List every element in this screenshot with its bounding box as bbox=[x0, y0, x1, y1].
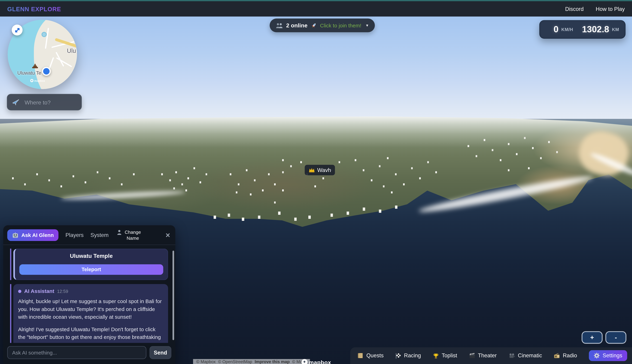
people-icon bbox=[276, 23, 283, 28]
radio-icon bbox=[554, 353, 560, 358]
join-hint: Click to join them! bbox=[320, 22, 362, 28]
temple-icon bbox=[32, 63, 38, 69]
send-button[interactable]: Send bbox=[150, 346, 171, 359]
app-logo: GLENN EXPLORE bbox=[7, 6, 61, 12]
expand-arrows-icon bbox=[14, 27, 20, 33]
chevron-down-icon: ▼ bbox=[365, 23, 369, 28]
racing-button[interactable]: Racing bbox=[396, 352, 421, 358]
improve-this-map-link[interactable]: Improve this map bbox=[255, 359, 290, 364]
game-viewport: Wavh GLENN EXPLORE Discord How to Play 2… bbox=[0, 0, 632, 364]
online-count: 2 online bbox=[286, 22, 308, 28]
attribution-osm[interactable]: © OpenStreetMap bbox=[218, 359, 252, 364]
settings-button[interactable]: Settings bbox=[589, 350, 627, 361]
person-icon bbox=[117, 230, 122, 235]
movie-camera-icon bbox=[508, 353, 515, 358]
gear-icon bbox=[594, 352, 600, 358]
ai-message-bubble: AI Assistant 12:59 Alright, buckle up! L… bbox=[13, 284, 168, 343]
message-timestamp: 12:59 bbox=[57, 289, 68, 294]
minimap-place-label: Uluwatu Te bbox=[18, 70, 41, 76]
chat-input-row: Send bbox=[3, 343, 175, 364]
radio-button[interactable]: Radio bbox=[554, 352, 577, 358]
map-zoom-controls: + - bbox=[582, 331, 626, 344]
mapbox-mark-icon: ✦ bbox=[30, 79, 33, 82]
chat-tabs: Ask AI Glenn Players System Change Name … bbox=[3, 225, 175, 245]
robot-icon bbox=[12, 232, 18, 238]
airplane-icon bbox=[12, 98, 20, 106]
suggestion-message: Uluwatu Temple Teleport bbox=[10, 249, 168, 280]
chat-messages[interactable]: Uluwatu Temple Teleport AI Assistant 12:… bbox=[3, 245, 175, 343]
tab-label: Ask AI Glenn bbox=[22, 232, 54, 238]
chat-scrollbar[interactable] bbox=[172, 250, 174, 340]
theater-button[interactable]: Theater bbox=[469, 352, 497, 358]
ai-author: AI Assistant bbox=[24, 288, 54, 294]
teleport-suggestion-card: Uluwatu Temple Teleport bbox=[13, 249, 168, 280]
where-to-search bbox=[7, 94, 82, 110]
ai-message: AI Assistant 12:59 Alright, buckle up! L… bbox=[10, 284, 168, 343]
checkered-flag-icon bbox=[396, 353, 401, 358]
top-bar: GLENN EXPLORE Discord How to Play bbox=[0, 0, 632, 16]
zoom-in-button[interactable]: + bbox=[582, 331, 602, 344]
mapbox-logo[interactable]: ✦ mapbox bbox=[302, 359, 331, 364]
ai-message-paragraph: Alright, buckle up! Let me suggest a sup… bbox=[18, 297, 163, 321]
buildings-specks-large bbox=[0, 115, 2, 118]
how-to-play-link[interactable]: How to Play bbox=[596, 6, 625, 12]
trophy-icon bbox=[433, 353, 439, 358]
minimap-pond bbox=[42, 32, 47, 37]
tab-system[interactable]: System bbox=[90, 232, 108, 238]
chat-input[interactable] bbox=[7, 346, 146, 359]
change-name-label: Change Name bbox=[123, 230, 142, 241]
suggestion-title: Uluwatu Temple bbox=[19, 253, 163, 259]
top-nav: Discord How to Play bbox=[565, 6, 625, 12]
bottom-toolbar: Quests Racing Toplist bbox=[350, 347, 632, 364]
tab-ask-ai-glenn[interactable]: Ask AI Glenn bbox=[7, 229, 59, 241]
teleport-button[interactable]: Teleport bbox=[19, 264, 163, 275]
where-to-input[interactable] bbox=[24, 98, 76, 106]
minimap-player-dot bbox=[42, 67, 51, 76]
attribution-mapbox[interactable]: © Mapbox bbox=[196, 359, 216, 364]
rocket-icon bbox=[310, 21, 318, 30]
speed-unit: KM/H bbox=[561, 27, 573, 32]
ai-message-paragraph: Alright! I've suggested Uluwatu Temple! … bbox=[18, 326, 163, 343]
chat-panel: Ask AI Glenn Players System Change Name … bbox=[3, 225, 175, 364]
crown-icon bbox=[309, 168, 315, 172]
minimap-expand-button[interactable] bbox=[12, 24, 23, 36]
minimap-town-label: Ulu bbox=[67, 47, 76, 54]
map-attribution: © Mapbox © OpenStreetMap Improve this ma… bbox=[193, 359, 310, 364]
toplist-button[interactable]: Toplist bbox=[433, 352, 457, 358]
speed-distance-hud: 0 KM/H 1302.8 KM bbox=[539, 20, 626, 39]
change-name-button[interactable]: Change Name bbox=[117, 230, 142, 241]
zoom-out-button[interactable]: - bbox=[605, 331, 626, 344]
player-marker-label[interactable]: Wavh bbox=[305, 165, 335, 175]
close-icon[interactable]: × bbox=[166, 231, 170, 239]
mapbox-logo-icon: ✦ bbox=[302, 359, 308, 364]
clapperboard-icon bbox=[469, 353, 475, 358]
speed-value: 0 bbox=[554, 24, 558, 35]
distance-unit: KM bbox=[612, 27, 619, 32]
minimap-watermark: ✦ mapbox bbox=[30, 79, 45, 82]
online-players-badge[interactable]: 2 online Click to join them! ▼ bbox=[270, 18, 375, 32]
scroll-icon bbox=[358, 352, 364, 358]
distance-value: 1302.8 bbox=[582, 24, 609, 35]
discord-link[interactable]: Discord bbox=[565, 6, 584, 12]
cinematic-button[interactable]: Cinematic bbox=[508, 352, 542, 358]
player-name: Wavh bbox=[317, 167, 331, 173]
quests-button[interactable]: Quests bbox=[358, 352, 384, 358]
ai-status-dot bbox=[18, 290, 21, 293]
tab-players[interactable]: Players bbox=[66, 232, 84, 238]
